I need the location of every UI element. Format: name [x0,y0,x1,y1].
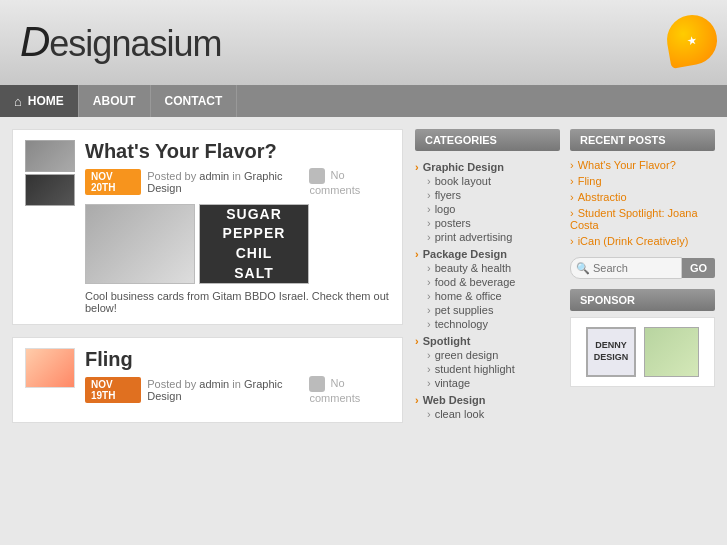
site-title: Designasium [20,18,707,66]
cat-beauty-health[interactable]: beauty & health [415,261,560,275]
recent-posts-heading: RECENT POSTS [570,129,715,151]
cat-vintage[interactable]: vintage [415,376,560,390]
post-2-meta: NOV 19TH Posted by admin in Graphic Desi… [85,376,390,404]
cat-clean-look[interactable]: clean look [415,407,560,421]
home-icon: ⌂ [14,94,22,109]
categories-list: Graphic Design book layout flyers logo p… [415,157,560,421]
cat-technology[interactable]: technology [415,317,560,331]
post-img-2: SUGARPEPPERCHILSALT [199,204,309,284]
sidebar: CATEGORIES Graphic Design book layout fl… [415,129,715,533]
cat-package-design[interactable]: Package Design [415,244,560,261]
search-icon: 🔍 [576,262,590,275]
cat-logo[interactable]: logo [415,202,560,216]
nav-contact[interactable]: CONTACT [151,85,238,117]
sponsor-section: SPONSOR DENNY DESIGN [570,289,715,387]
categories-heading: CATEGORIES [415,129,560,151]
post-img-1 [85,204,195,284]
post-2: Fling NOV 19TH Posted by admin in Graphi… [12,337,403,423]
cat-spotlight[interactable]: Spotlight [415,331,560,348]
recent-post-3[interactable]: Abstractio [570,189,715,205]
nav-home[interactable]: ⌂ HOME [0,85,79,117]
post-1-images: SUGARPEPPERCHILSALT [85,204,390,284]
search-go-button[interactable]: GO [682,258,715,278]
post-2-body: Fling NOV 19TH Posted by admin in Graphi… [85,348,390,412]
post-2-comments: No comments [309,376,390,404]
sidebar-top: CATEGORIES Graphic Design book layout fl… [415,129,715,421]
post-1-description: Cool business cards from Gitam BBDO Isra… [85,290,390,314]
post-2-title: Fling [85,348,390,371]
recent-posts-section: RECENT POSTS What's Your Flavor? Fling A… [570,129,715,421]
post-1-date: NOV 20TH [85,169,141,195]
search-input-wrap: 🔍 [570,257,682,279]
recent-post-4[interactable]: Student Spotlight: Joana Costa [570,205,715,233]
post-1-body: What's Your Flavor? NOV 20TH Posted by a… [85,140,390,314]
main-nav: ⌂ HOME ABOUT CONTACT [0,85,727,117]
search-bar: 🔍 GO [570,257,715,279]
cat-graphic-design[interactable]: Graphic Design [415,157,560,174]
cat-web-design[interactable]: Web Design [415,390,560,407]
post-1-comments: No comments [309,168,390,196]
sponsor-product-image [644,327,699,377]
site-header: Designasium ★ [0,0,727,85]
cat-student-highlight[interactable]: student highlight [415,362,560,376]
post-2-date: NOV 19TH [85,377,141,403]
cat-home-office[interactable]: home & office [415,289,560,303]
thumb-card-2 [25,174,75,206]
post-1-author-link[interactable]: admin [199,170,229,182]
cat-food-beverage[interactable]: food & beverage [415,275,560,289]
post-1: What's Your Flavor? NOV 20TH Posted by a… [12,129,403,325]
nav-about[interactable]: ABOUT [79,85,151,117]
cat-flyers[interactable]: flyers [415,188,560,202]
cat-pet-supplies[interactable]: pet supplies [415,303,560,317]
post-1-thumbnail [25,140,75,314]
recent-post-5[interactable]: iCan (Drink Creatively) [570,233,715,249]
post-1-title: What's Your Flavor? [85,140,390,163]
sponsor-heading: SPONSOR [570,289,715,311]
post-2-thumbnail [25,348,75,388]
categories-section: CATEGORIES Graphic Design book layout fl… [415,129,560,421]
cat-book-layout[interactable]: book layout [415,174,560,188]
comment-icon-2 [309,376,325,392]
recent-posts-list: What's Your Flavor? Fling Abstractio Stu… [570,157,715,249]
cat-green-design[interactable]: green design [415,348,560,362]
cat-posters[interactable]: posters [415,216,560,230]
comment-icon [309,168,325,184]
post-1-meta: NOV 20TH Posted by admin in Graphic Desi… [85,168,390,196]
content-wrapper: What's Your Flavor? NOV 20TH Posted by a… [0,117,727,545]
thumb-card-1 [25,140,75,172]
cat-print-advertising[interactable]: print advertising [415,230,560,244]
main-column: What's Your Flavor? NOV 20TH Posted by a… [12,129,403,533]
recent-post-2[interactable]: Fling [570,173,715,189]
post-2-author-link[interactable]: admin [199,378,229,390]
sponsor-inner: DENNY DESIGN [586,327,699,377]
sponsor-box: DENNY DESIGN [570,317,715,387]
post-2-author: Posted by admin in Graphic Design [147,378,303,402]
recent-post-1[interactable]: What's Your Flavor? [570,157,715,173]
sponsor-logo: DENNY DESIGN [586,327,636,377]
post-1-author: Posted by admin in Graphic Design [147,170,303,194]
